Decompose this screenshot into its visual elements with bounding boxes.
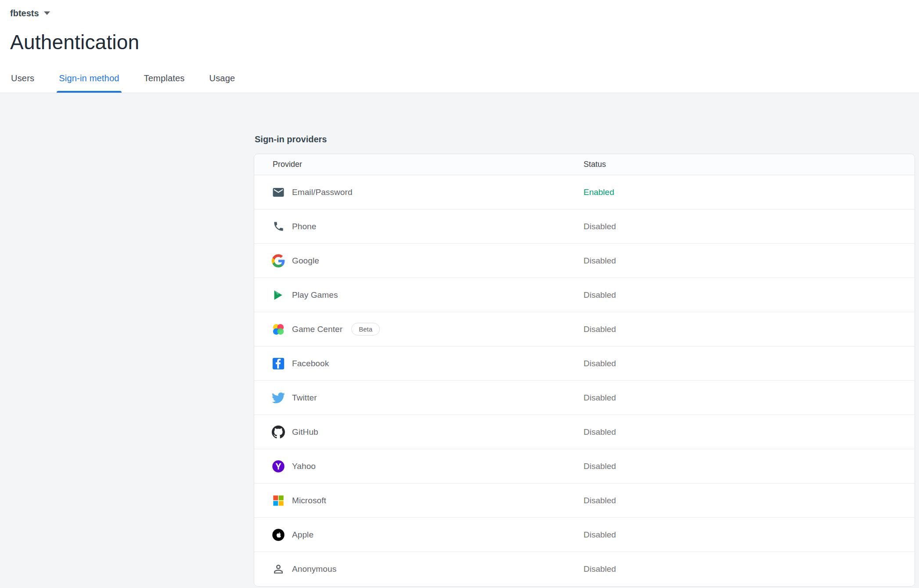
email-icon bbox=[272, 186, 285, 199]
provider-name: Yahoo bbox=[292, 462, 316, 471]
provider-name: Google bbox=[292, 256, 319, 266]
tab-users[interactable]: Users bbox=[10, 66, 35, 93]
status-text: Disabled bbox=[584, 393, 915, 403]
provider-row-play-games[interactable]: Play GamesDisabled bbox=[254, 278, 915, 312]
provider-row-microsoft[interactable]: MicrosoftDisabled bbox=[254, 483, 915, 518]
status-text: Disabled bbox=[584, 427, 915, 437]
provider-name: Email/Password bbox=[292, 188, 353, 197]
provider-cell: Email/Password bbox=[254, 186, 584, 199]
provider-row-yahoo[interactable]: YahooDisabled bbox=[254, 449, 915, 483]
project-selector[interactable]: fbtests bbox=[10, 7, 50, 19]
status-text: Disabled bbox=[584, 462, 915, 471]
provider-cell: GitHub bbox=[254, 426, 584, 439]
beta-badge: Beta bbox=[351, 323, 380, 335]
provider-table-body: Email/PasswordEnabledPhoneDisabledGoogle… bbox=[254, 175, 915, 586]
provider-name: GitHub bbox=[292, 427, 318, 437]
status-text: Disabled bbox=[584, 496, 915, 505]
microsoft-icon bbox=[272, 494, 285, 507]
google-icon bbox=[272, 254, 285, 267]
provider-row-facebook[interactable]: FacebookDisabled bbox=[254, 346, 915, 381]
provider-name: Play Games bbox=[292, 290, 338, 300]
column-header-provider: Provider bbox=[254, 160, 584, 169]
provider-cell: Twitter bbox=[254, 391, 584, 404]
section-title: Sign-in providers bbox=[255, 133, 915, 145]
content-area: Sign-in providers Provider Status Email/… bbox=[0, 93, 919, 588]
github-icon bbox=[272, 426, 285, 439]
provider-row-google[interactable]: GoogleDisabled bbox=[254, 244, 915, 278]
game-center-icon bbox=[272, 323, 285, 336]
status-text: Disabled bbox=[584, 325, 915, 334]
table-header-row: Provider Status bbox=[254, 154, 915, 175]
provider-row-twitter[interactable]: TwitterDisabled bbox=[254, 381, 915, 415]
provider-row-anonymous[interactable]: AnonymousDisabled bbox=[254, 552, 915, 586]
column-header-status: Status bbox=[584, 160, 915, 169]
status-text: Disabled bbox=[584, 564, 915, 574]
status-text: Disabled bbox=[584, 530, 915, 540]
provider-name: Facebook bbox=[292, 359, 329, 368]
provider-cell: Facebook bbox=[254, 357, 584, 370]
provider-name: Phone bbox=[292, 222, 316, 231]
provider-cell: Google bbox=[254, 254, 584, 267]
phone-icon bbox=[272, 220, 285, 233]
providers-card: Provider Status Email/PasswordEnabledPho… bbox=[254, 154, 915, 587]
provider-cell: Play Games bbox=[254, 289, 584, 302]
provider-name: Apple bbox=[292, 530, 314, 540]
tab-sign-in-method[interactable]: Sign-in method bbox=[58, 66, 120, 93]
status-text: Enabled bbox=[584, 188, 915, 197]
provider-row-phone[interactable]: PhoneDisabled bbox=[254, 209, 915, 244]
page: fbtests Authentication UsersSign-in meth… bbox=[0, 0, 919, 588]
play-games-icon bbox=[272, 289, 285, 302]
yahoo-icon bbox=[272, 460, 285, 473]
provider-cell: Apple bbox=[254, 528, 584, 541]
tab-templates[interactable]: Templates bbox=[143, 66, 186, 93]
provider-name: Game Center bbox=[292, 325, 342, 334]
status-text: Disabled bbox=[584, 290, 915, 300]
project-name: fbtests bbox=[10, 8, 39, 18]
provider-cell: Yahoo bbox=[254, 460, 584, 473]
provider-row-email-password[interactable]: Email/PasswordEnabled bbox=[254, 175, 915, 209]
anonymous-icon bbox=[272, 563, 285, 576]
provider-cell: Anonymous bbox=[254, 563, 584, 576]
provider-row-github[interactable]: GitHubDisabled bbox=[254, 415, 915, 449]
tab-bar: UsersSign-in methodTemplatesUsage bbox=[0, 66, 919, 93]
apple-icon bbox=[272, 528, 285, 541]
status-text: Disabled bbox=[584, 359, 915, 368]
provider-cell: Microsoft bbox=[254, 494, 584, 507]
facebook-icon bbox=[272, 357, 285, 370]
page-title: Authentication bbox=[10, 31, 919, 54]
provider-cell: Game CenterBeta bbox=[254, 323, 584, 336]
sign-in-providers-section: Sign-in providers Provider Status Email/… bbox=[254, 133, 915, 587]
provider-row-game-center[interactable]: Game CenterBetaDisabled bbox=[254, 312, 915, 346]
page-header: fbtests Authentication UsersSign-in meth… bbox=[0, 0, 919, 93]
provider-name: Twitter bbox=[292, 393, 317, 403]
status-text: Disabled bbox=[584, 256, 915, 266]
provider-name: Anonymous bbox=[292, 564, 336, 574]
provider-row-apple[interactable]: AppleDisabled bbox=[254, 518, 915, 552]
provider-cell: Phone bbox=[254, 220, 584, 233]
tab-usage[interactable]: Usage bbox=[209, 66, 236, 93]
twitter-icon bbox=[272, 391, 285, 404]
provider-name: Microsoft bbox=[292, 496, 326, 505]
status-text: Disabled bbox=[584, 222, 915, 231]
chevron-down-icon bbox=[44, 11, 50, 15]
